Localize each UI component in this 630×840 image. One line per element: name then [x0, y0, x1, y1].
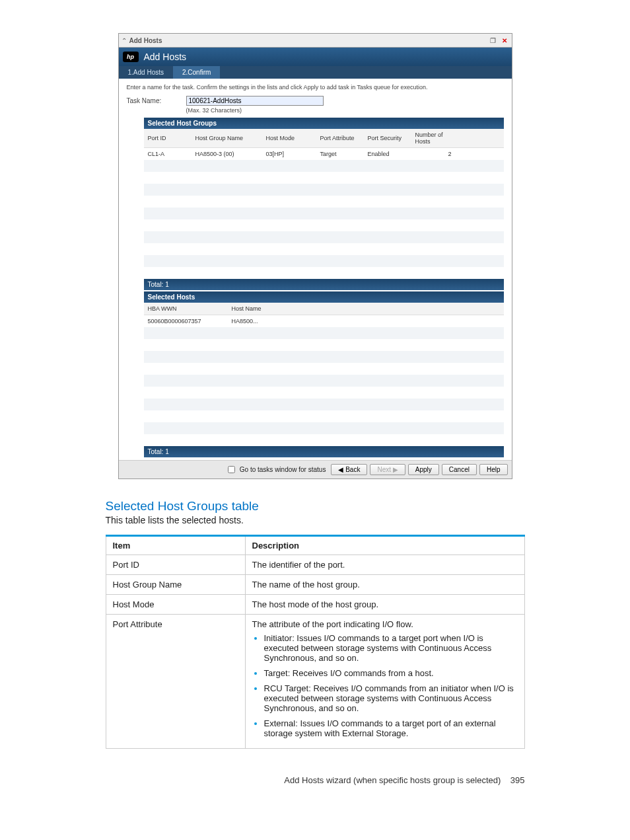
step-confirm[interactable]: 2.Confirm: [173, 66, 220, 79]
table-row: Host Mode The host mode of the host grou…: [106, 595, 524, 615]
table-row: [144, 434, 504, 446]
instruction-text: Enter a name for the task. Confirm the s…: [127, 84, 504, 91]
doc-heading: Selected Host Groups table: [106, 499, 525, 514]
page-number: 395: [510, 775, 525, 785]
table-row: [144, 399, 504, 410]
table-row: [144, 339, 504, 351]
table-row: [144, 219, 504, 231]
checkbox-input[interactable]: [228, 466, 235, 473]
hosts-total: Total: 1: [144, 446, 504, 457]
table-row: [144, 375, 504, 387]
table-row: [144, 196, 504, 208]
table-row: CL1-A HA8500-3 (00) 03[HP] Target Enable…: [144, 148, 504, 161]
table-row: [144, 231, 504, 243]
table-row: [144, 351, 504, 363]
table-row: [144, 267, 504, 279]
step-add-hosts[interactable]: 1.Add Hosts: [119, 66, 173, 79]
table-row: [144, 184, 504, 196]
list-item: Initiator: Issues I/O commands to a targ…: [264, 633, 518, 663]
table-row: Port ID The identifier of the port.: [106, 555, 524, 575]
col-spacer: [456, 129, 504, 148]
task-name-label: Task Name:: [127, 96, 186, 104]
section-host-groups: Selected Host Groups: [144, 118, 504, 129]
collapse-icon[interactable]: ⌃: [122, 37, 127, 44]
col-item: Item: [106, 536, 245, 555]
doc-lead: This table lists the selected hosts.: [106, 515, 525, 525]
host-groups-total: Total: 1: [144, 279, 504, 290]
list-item: External: Issues I/O commands to a targe…: [264, 718, 518, 738]
description-table: Item Description Port ID The identifier …: [106, 535, 525, 749]
table-row: [144, 327, 504, 339]
task-name-input[interactable]: [186, 96, 324, 106]
col-hg-name[interactable]: Host Group Name: [192, 129, 262, 148]
dialog-title: Add Hosts: [144, 52, 187, 62]
table-row: [144, 387, 504, 399]
task-name-hint: (Max. 32 Characters): [186, 107, 324, 114]
table-row: [144, 410, 504, 422]
col-port-sec[interactable]: Port Security: [364, 129, 411, 148]
dialog-header: hp Add Hosts: [119, 48, 512, 66]
col-num-hosts[interactable]: Number of Hosts: [411, 129, 456, 148]
checkbox-label: Go to tasks window for status: [240, 466, 326, 473]
help-button[interactable]: Help: [479, 464, 508, 475]
list-item: Target: Receives I/O commands from a hos…: [264, 668, 518, 678]
window-title: Add Hosts: [129, 37, 489, 44]
table-row: [144, 363, 504, 375]
desc-intro: The attribute of the port indicating I/O…: [252, 619, 518, 629]
close-icon[interactable]: ✕: [500, 37, 509, 44]
hp-logo-icon: hp: [123, 52, 139, 62]
dialog-footer: Go to tasks window for status ◀ Back Nex…: [119, 460, 512, 478]
back-button[interactable]: ◀ Back: [331, 464, 367, 475]
go-to-tasks-checkbox[interactable]: Go to tasks window for status: [225, 464, 326, 475]
table-row: [144, 422, 504, 434]
apply-button[interactable]: Apply: [408, 464, 439, 475]
desc-bullets: Initiator: Issues I/O commands to a targ…: [252, 633, 518, 738]
restore-icon[interactable]: ❐: [489, 37, 498, 44]
list-item: RCU Target: Receives I/O commands from a…: [264, 683, 518, 713]
table-row: Port Attribute The attribute of the port…: [106, 615, 524, 749]
task-name-row: Task Name: (Max. 32 Characters): [127, 96, 504, 114]
col-host-mode[interactable]: Host Mode: [262, 129, 316, 148]
table-row: [144, 208, 504, 219]
section-hosts: Selected Hosts: [144, 291, 504, 303]
doc-section: Selected Host Groups table This table li…: [99, 499, 532, 749]
host-groups-table: Port ID Host Group Name Host Mode Port A…: [144, 129, 504, 279]
table-row: 50060B0000607357 HA8500...: [144, 315, 504, 328]
col-host-name[interactable]: Host Name: [228, 303, 275, 315]
col-port-id[interactable]: Port ID: [144, 129, 192, 148]
footer-text: Add Hosts wizard (when specific hosts gr…: [284, 775, 501, 785]
wizard-steps: 1.Add Hosts 2.Confirm: [119, 66, 512, 79]
table-row: [144, 255, 504, 267]
table-row: Host Group Name The name of the host gro…: [106, 575, 524, 595]
col-spacer: [275, 303, 504, 315]
cancel-button[interactable]: Cancel: [442, 464, 477, 475]
page-footer: Add Hosts wizard (when specific hosts gr…: [99, 775, 532, 785]
next-button: Next ▶: [370, 464, 405, 475]
window-titlebar: ⌃ Add Hosts ❐ ✕: [119, 34, 512, 48]
dialog-body: Enter a name for the task. Confirm the s…: [119, 79, 512, 460]
add-hosts-dialog: ⌃ Add Hosts ❐ ✕ hp Add Hosts 1.Add Hosts…: [118, 33, 512, 479]
table-row: [144, 160, 504, 172]
col-hba-wwn[interactable]: HBA WWN: [144, 303, 228, 315]
col-description: Description: [245, 536, 524, 555]
col-port-attr[interactable]: Port Attribute: [316, 129, 364, 148]
hosts-table: HBA WWN Host Name 50060B0000607357 HA850…: [144, 303, 504, 446]
table-row: [144, 243, 504, 255]
table-row: [144, 172, 504, 184]
